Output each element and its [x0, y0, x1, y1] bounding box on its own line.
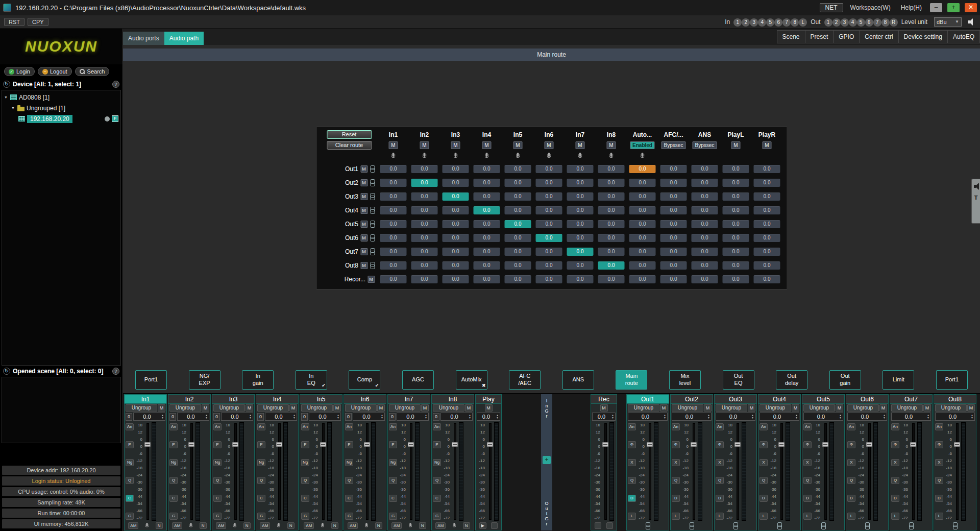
pre-gain-box[interactable]: 0 [169, 413, 176, 421]
route-cell-out7-in1[interactable]: 0.0 [380, 248, 407, 256]
play-button[interactable]: ▶ [479, 522, 486, 529]
proc-btn-p[interactable]: P [169, 441, 178, 448]
route-cell-out2-in1[interactable]: 0.0 [380, 179, 407, 187]
tab-centerctrl[interactable]: Center ctrl [859, 30, 898, 43]
am-button[interactable]: AM [435, 522, 446, 529]
proc-btn-an[interactable]: An [628, 423, 636, 430]
fader[interactable] [646, 422, 653, 521]
group-button[interactable]: Ungroup [433, 404, 464, 412]
proc-btn-l[interactable]: L [760, 513, 768, 520]
proc-btn-p[interactable]: P [126, 441, 134, 448]
spinner-arrows[interactable]: ▲▼ [882, 414, 887, 419]
record-button[interactable] [595, 522, 601, 529]
route-cell-out2-playl[interactable]: 0.0 [723, 179, 749, 187]
proc-btn-an[interactable]: An [169, 423, 178, 430]
route-cell-recor-ans[interactable]: 0.0 [692, 275, 718, 283]
route-cell-out8-afc[interactable]: 0.0 [660, 261, 687, 270]
route-cell-out1-ans[interactable]: 0.0 [692, 165, 718, 173]
route-cell-out1-afc[interactable]: 0.0 [660, 165, 687, 173]
fader-handle[interactable] [954, 442, 960, 447]
fader-handle[interactable] [691, 442, 697, 447]
fader-handle[interactable] [144, 442, 151, 447]
route-cell-out1-in6[interactable]: 0.0 [536, 165, 562, 173]
row-mute-out3[interactable]: M [360, 193, 368, 200]
group-button[interactable]: Ungroup [257, 404, 289, 412]
mute-button[interactable]: M [660, 404, 668, 412]
spin-down-icon[interactable]: ▼ [248, 417, 253, 419]
out-badge-7[interactable]: 7 [873, 18, 881, 27]
am-button[interactable]: AM [260, 522, 270, 529]
minimize-button[interactable]: – [930, 3, 942, 12]
proc-btn-d[interactable]: D [760, 495, 768, 502]
strip-title-in8[interactable]: In8 [432, 395, 474, 404]
gain-spinner[interactable]: 0.0▲▼ [477, 413, 500, 421]
proc-btn-an[interactable]: An [716, 423, 724, 430]
tab-preset[interactable]: Preset [805, 30, 834, 43]
fader[interactable] [734, 422, 741, 521]
group-button[interactable]: Ungroup [760, 404, 791, 412]
route-cell-out1-in5[interactable]: 0.0 [505, 165, 531, 173]
route-cell-out5-auto[interactable]: 0.0 [629, 220, 656, 228]
mute-button[interactable]: M [836, 404, 843, 412]
gain-spinner[interactable]: 0.0▲▼ [397, 413, 429, 421]
route-cell-out1-auto[interactable]: 0.0 [629, 165, 656, 173]
in-badge-2[interactable]: 2 [742, 18, 750, 27]
link-icon[interactable] [370, 165, 375, 172]
link-icon[interactable] [370, 207, 375, 213]
route-cell-out4-in2[interactable]: 0.0 [411, 206, 438, 214]
n-button[interactable]: N [243, 522, 251, 529]
proc-btn-x[interactable]: X [672, 459, 680, 466]
proc-btn-q[interactable]: Q [935, 477, 943, 484]
proc-btn-an[interactable]: An [345, 423, 353, 430]
spinner-arrows[interactable]: ▲▼ [750, 414, 755, 419]
pre-gain-box[interactable]: 0 [213, 413, 220, 421]
proc-btn-[interactable]: Φ [628, 441, 636, 448]
route-cell-out4-in3[interactable]: 0.0 [443, 206, 469, 214]
strip-title-in4[interactable]: In4 [256, 395, 298, 404]
proc-btn-q[interactable]: Q [891, 477, 899, 484]
proc-btn-q[interactable]: Q [760, 477, 768, 484]
refresh-icon[interactable]: ↻ [3, 368, 10, 375]
proc-btn-[interactable]: Φ [847, 441, 855, 448]
mute-button[interactable]: M [158, 404, 165, 412]
chain-ineq-3[interactable]: In EQ✔ [296, 370, 327, 390]
route-cell-out8-in3[interactable]: 0.0 [443, 261, 469, 270]
am-button[interactable]: AM [391, 522, 402, 529]
help-icon[interactable]: ? [112, 81, 119, 88]
in-badge-4[interactable]: 4 [758, 18, 766, 27]
route-cell-out3-ans[interactable]: 0.0 [692, 192, 718, 201]
spin-down-icon[interactable]: ▼ [204, 417, 209, 419]
spinner-arrows[interactable]: ▲▼ [610, 414, 615, 419]
proc-btn-an[interactable]: An [433, 423, 441, 430]
fader-handle[interactable] [320, 442, 326, 447]
mic-icon[interactable] [390, 152, 397, 160]
chain-ans-8[interactable]: ANS [562, 370, 594, 390]
route-cell-out7-in8[interactable]: 0.0 [598, 248, 625, 256]
mute-button[interactable]: M [923, 404, 931, 412]
tab-audiopath[interactable]: Audio path [164, 32, 204, 45]
group-button[interactable]: Ungroup [126, 404, 157, 412]
search-button[interactable]: Search [75, 67, 110, 76]
route-cell-out5-ans[interactable]: 0.0 [692, 220, 718, 228]
tab-scene[interactable]: Scene [777, 30, 805, 43]
mic-icon[interactable] [453, 152, 459, 160]
proc-btn-x[interactable]: X [628, 459, 636, 466]
in-badge-6[interactable]: 6 [774, 18, 782, 27]
route-cell-out6-auto[interactable]: 0.0 [629, 234, 656, 242]
n-button[interactable]: N [156, 522, 163, 529]
route-cell-recor-in3[interactable]: 0.0 [443, 275, 469, 283]
route-cell-out6-in5[interactable]: 0.0 [505, 234, 531, 242]
link-icon[interactable] [689, 522, 694, 529]
out-badge-r[interactable]: R [890, 18, 898, 27]
route-cell-out5-in2[interactable]: 0.0 [411, 220, 438, 228]
proc-btn-x[interactable]: X [760, 459, 768, 466]
maximize-button[interactable]: + [947, 3, 960, 12]
proc-btn-[interactable]: Φ [672, 441, 680, 448]
link-icon[interactable] [777, 522, 782, 529]
record-setting-button[interactable] [606, 522, 613, 529]
fader-handle[interactable] [408, 442, 414, 447]
proc-btn-q[interactable]: Q [301, 477, 309, 484]
chain-comp-4[interactable]: Comp✔ [349, 370, 380, 390]
fader[interactable] [407, 422, 414, 521]
strip-title-play[interactable]: Play [476, 395, 501, 404]
